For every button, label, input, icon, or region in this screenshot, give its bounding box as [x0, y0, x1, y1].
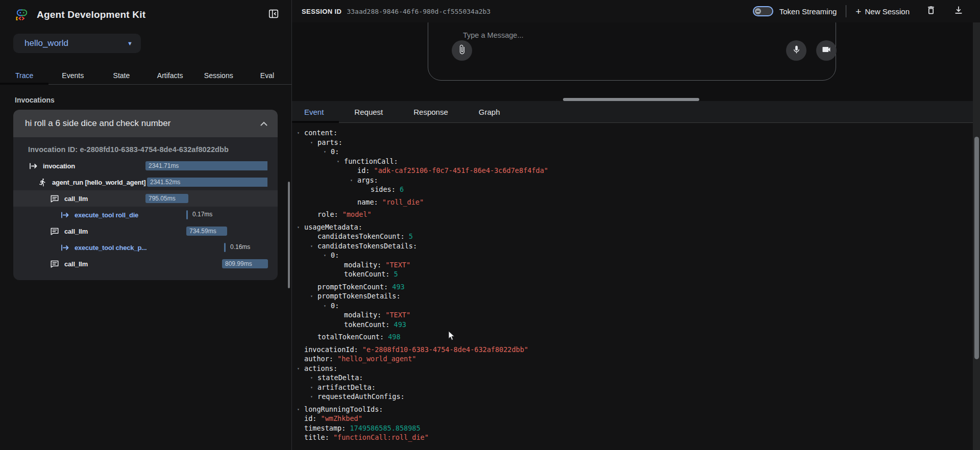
collapse-triangle-icon[interactable]: ▾ — [350, 176, 353, 186]
tree-row: ▾stateDelta: — [292, 373, 973, 383]
tree-key: modality: — [344, 261, 381, 269]
chat-icon — [50, 194, 59, 203]
trash-icon — [926, 5, 936, 17]
tree-row: ▾candidatesTokensDetails: — [292, 241, 973, 251]
tree-row: title: "functionCall:roll_die" — [292, 433, 973, 442]
tree-value: 5 — [394, 270, 398, 278]
vertical-scrollbar-thumb[interactable] — [974, 137, 979, 359]
trace-span-row[interactable]: call_llm734.59ms — [13, 223, 278, 239]
camera-button[interactable] — [816, 40, 837, 61]
detail-tab-event[interactable]: Event — [292, 101, 339, 122]
trace-span-row[interactable]: call_llm809.99ms — [13, 256, 278, 272]
detail-tab-graph[interactable]: Graph — [463, 101, 516, 122]
message-input[interactable]: Type a Message... — [463, 31, 523, 39]
tree-key: promptTokensDetails: — [317, 292, 401, 300]
tree-value: "roll_die" — [382, 198, 424, 206]
span-label: agent_run [hello_world_agent] — [52, 179, 145, 186]
trace-span-row[interactable]: call_llm795.05ms — [13, 190, 278, 207]
tree-row: ▾parts: — [292, 138, 973, 147]
collapse-triangle-icon[interactable]: ▾ — [297, 405, 300, 415]
span-duration: 734.59ms — [186, 228, 216, 235]
trace-span-row[interactable]: agent_run [hello_world_agent]2341.52ms — [13, 174, 278, 190]
tree-row: ▾promptTokensDetails: — [292, 291, 973, 301]
chat-icon — [50, 227, 59, 236]
span-label: execute_tool check_p... — [75, 244, 146, 252]
tree-row: invocationId: "e-2808fd10-6383-4754-8de4… — [292, 345, 973, 355]
robot-logo-icon — [14, 6, 30, 23]
session-id-value: 33aad288-9846-46f6-980d-cf555034a2b3 — [347, 8, 491, 15]
app-title: Agent Development Kit — [37, 9, 145, 20]
collapse-sidebar-button[interactable] — [267, 8, 280, 21]
collapse-triangle-icon[interactable]: ▾ — [297, 223, 300, 233]
tree-row: name: "roll_die" — [292, 197, 973, 207]
collapse-triangle-icon[interactable]: ▾ — [297, 129, 300, 138]
tree-key: totalTokenCount: — [317, 333, 384, 341]
tree-key: sides: — [371, 185, 396, 193]
chat-icon — [50, 259, 59, 268]
sidebar-tab-sessions[interactable]: Sessions — [194, 66, 243, 84]
sidebar-tab-artifacts[interactable]: Artifacts — [146, 66, 194, 84]
chevron-up-icon[interactable] — [260, 119, 267, 128]
agent-select[interactable]: hello_world ▼ — [13, 34, 141, 53]
sidebar-tabs: TraceEventsStateArtifactsSessionsEval — [0, 66, 291, 85]
tree-value: "hello_world_agent" — [337, 355, 416, 363]
export-session-button[interactable] — [952, 5, 965, 17]
download-icon — [953, 5, 964, 17]
collapse-triangle-icon[interactable]: ▾ — [297, 364, 300, 374]
trace-span-row[interactable]: execute_tool check_p...0.16ms — [13, 239, 278, 256]
tree-key: promptTokenCount: — [317, 283, 388, 291]
top-bar: SESSION ID 33aad288-9846-46f6-980d-cf555… — [292, 0, 980, 22]
sidebar-tab-events[interactable]: Events — [48, 66, 97, 84]
collapse-triangle-icon[interactable]: ▾ — [337, 157, 339, 167]
tree-row: author: "hello_world_agent" — [292, 354, 973, 364]
paperclip-icon — [457, 44, 467, 57]
tree-row: promptTokenCount: 493 — [292, 282, 973, 292]
topbar-divider — [846, 5, 846, 17]
tree-value: "model" — [342, 210, 372, 218]
tree-row: totalTokenCount: 498 — [292, 332, 973, 342]
collapse-triangle-icon[interactable]: ▾ — [310, 292, 313, 302]
sidebar-tab-trace[interactable]: Trace — [0, 66, 48, 84]
tree-value: "wmZhkbed" — [321, 414, 362, 422]
token-streaming-label: Token Streaming — [779, 7, 837, 16]
collapse-triangle-icon[interactable]: ▾ — [324, 147, 326, 157]
span-duration-bar — [186, 210, 188, 219]
tree-value: 498 — [388, 333, 400, 341]
collapse-triangle-icon[interactable]: ▾ — [310, 373, 313, 383]
tree-value: "TEXT" — [385, 261, 410, 269]
collapse-triangle-icon[interactable]: ▾ — [310, 392, 313, 402]
caret-down-icon: ▼ — [127, 40, 133, 46]
detail-tab-request[interactable]: Request — [339, 101, 398, 122]
delete-session-button[interactable] — [925, 5, 937, 17]
tree-key: artifactDelta: — [317, 383, 376, 391]
tree-key: actions: — [304, 364, 337, 372]
sidebar-tab-eval[interactable]: Eval — [243, 66, 291, 84]
span-duration: 0.17ms — [192, 211, 212, 218]
mic-button[interactable] — [786, 40, 806, 61]
invocation-card-header[interactable]: hi roll a 6 side dice and check number — [13, 110, 278, 137]
detail-tab-response[interactable]: Response — [398, 101, 463, 122]
attach-file-button[interactable] — [452, 40, 472, 61]
trace-span-row[interactable]: execute_tool roll_die0.17ms — [13, 207, 278, 223]
tree-key: tokenCount: — [344, 320, 389, 329]
left-panel-close-icon — [268, 8, 279, 21]
tree-row: ▾functionCall: — [292, 157, 973, 166]
collapse-triangle-icon[interactable]: ▾ — [324, 302, 326, 311]
sidebar-scrollbar[interactable] — [288, 182, 290, 288]
tree-key: name: — [357, 198, 378, 206]
tree-key: title: — [304, 433, 329, 441]
tree-row: ▾requestedAuthConfigs: — [292, 392, 973, 402]
token-streaming-toggle[interactable] — [753, 6, 773, 16]
collapse-triangle-icon[interactable]: ▾ — [310, 138, 313, 148]
collapse-triangle-icon[interactable]: ▾ — [310, 383, 313, 393]
arrow-from-bar-icon — [60, 243, 69, 252]
span-duration-bar: 809.99ms — [222, 259, 268, 268]
new-session-button[interactable]: + New Session — [855, 7, 910, 16]
video-camera-icon — [821, 44, 831, 57]
collapse-triangle-icon[interactable]: ▾ — [324, 251, 326, 261]
trace-span-row[interactable]: invocation2341.71ms — [13, 158, 278, 174]
tree-row: modality: "TEXT" — [292, 260, 973, 270]
sidebar: Agent Development Kit hello_world ▼ Trac… — [0, 0, 292, 450]
collapse-triangle-icon[interactable]: ▾ — [310, 242, 313, 252]
sidebar-tab-state[interactable]: State — [97, 66, 145, 84]
